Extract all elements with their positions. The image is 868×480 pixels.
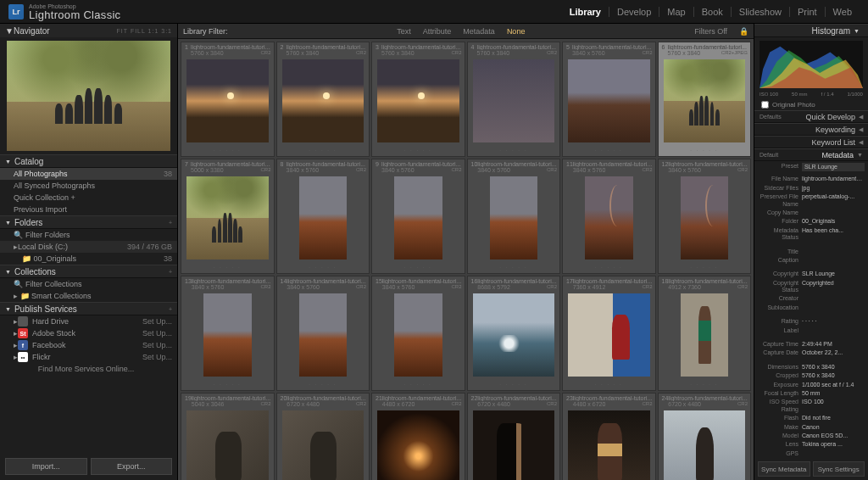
module-slideshow[interactable]: Slideshow	[732, 7, 790, 17]
folder-item[interactable]: 📁 00_Originals38	[0, 253, 177, 265]
catalog-item[interactable]: Quick Collection +	[0, 192, 177, 204]
publish-service[interactable]: ▸ Hard DriveSet Up...	[0, 315, 177, 327]
lock-icon[interactable]: 🔒	[739, 27, 748, 36]
module-library[interactable]: Library	[562, 7, 609, 17]
grid-cell[interactable]: 5lightroom-fundamental-tutori...3840 x 5…	[562, 42, 656, 157]
grid-cell[interactable]: 8lightroom-fundamental-tutori...3840 x 5…	[276, 159, 370, 274]
filter-attribute[interactable]: Attribute	[423, 27, 452, 36]
publish-header[interactable]: ▼Publish Services+	[0, 302, 177, 315]
grid-cell[interactable]: 20lightroom-fundamental-tutori...6720 x …	[276, 393, 370, 480]
metadata-row[interactable]: Copyright StatusCopyrighted	[758, 279, 865, 295]
grid-cell[interactable]: 13lightroom-fundamental-tutori...3840 x …	[181, 276, 275, 391]
collections-filter[interactable]: 🔍Filter Collections	[0, 278, 177, 290]
metadata-row[interactable]: Caption	[758, 256, 865, 265]
filter-none[interactable]: None	[507, 27, 526, 36]
grid-cell[interactable]: 10lightroom-fundamental-tutori...3840 x …	[467, 159, 561, 274]
filters-off[interactable]: Filters Off	[694, 27, 727, 36]
metadata-row[interactable]: Capture DateOctober 22, 2...	[758, 349, 865, 357]
export-button[interactable]: Export...	[91, 458, 173, 475]
module-book[interactable]: Book	[694, 7, 732, 17]
grid-cell[interactable]: 19lightroom-fundamental-tutori...5040 x …	[181, 393, 275, 480]
metadata-row[interactable]: MakeCanon	[758, 423, 865, 432]
metadata-row[interactable]: Preserved File Nameperpetual-catalog-...	[758, 193, 865, 209]
library-filter-bar: Library Filter: Text Attribute Metadata …	[178, 24, 754, 39]
metadata-panel[interactable]: DefaultMetadata▼	[754, 148, 868, 161]
import-button[interactable]: Import...	[5, 458, 87, 475]
grid-cell[interactable]: 16lightroom-fundamental-tutori...8688 x …	[467, 276, 561, 391]
module-develop[interactable]: Develop	[609, 7, 659, 17]
grid-cell[interactable]: 12lightroom-fundamental-tutori...3840 x …	[658, 159, 752, 274]
grid-cell[interactable]: 1lightroom-fundamental-tutori...5760 x 3…	[181, 42, 275, 157]
grid-cell[interactable]: 24lightroom-fundamental-tutori...6720 x …	[658, 393, 752, 480]
publish-service[interactable]: ▸ ••FlickrSet Up...	[0, 351, 177, 363]
grid-cell[interactable]: 7lightroom-fundamental-tutori...5000 x 3…	[181, 159, 275, 274]
collections-header[interactable]: ▼Collections+	[0, 265, 177, 278]
keyword-list-panel[interactable]: Keyword List◀	[754, 136, 868, 148]
catalog-item[interactable]: Previous Import	[0, 204, 177, 215]
metadata-row[interactable]: Cropped5760 x 3840	[758, 371, 865, 380]
metadata-row[interactable]: File Namelightroom-fundamental-tutorials…	[758, 175, 865, 183]
metadata-row[interactable]: Focal Length50 mm	[758, 389, 865, 398]
metadata-row[interactable]: Title	[758, 248, 865, 256]
grid-cell[interactable]: 4lightroom-fundamental-tutori...5760 x 3…	[467, 42, 561, 157]
metadata-row[interactable]: ModelCanon EOS 5D...	[758, 432, 865, 440]
module-map[interactable]: Map	[659, 7, 693, 17]
metadata-row[interactable]: Dimensions5760 x 3840	[758, 363, 865, 371]
metadata-row[interactable]: Label	[758, 327, 865, 335]
metadata-row[interactable]: Sublocation	[758, 304, 865, 312]
grid-cell[interactable]: 22lightroom-fundamental-tutori...6720 x …	[467, 393, 561, 480]
folders-header[interactable]: ▼Folders+	[0, 215, 177, 229]
module-print[interactable]: Print	[790, 7, 826, 17]
metadata-row[interactable]: CopyrightSLR Lounge	[758, 270, 865, 278]
keywording-panel[interactable]: Keywording◀	[754, 123, 868, 136]
metadata-row[interactable]: FlashDid not fire	[758, 414, 865, 422]
metadata-row[interactable]: Rating· · · · ·	[758, 317, 865, 326]
grid-cell[interactable]: 11lightroom-fundamental-tutori...3840 x …	[562, 159, 656, 274]
grid-cell[interactable]: 3lightroom-fundamental-tutori...5760 x 3…	[371, 42, 465, 157]
metadata-row[interactable]: Folder00_Originals	[758, 217, 865, 226]
catalog-item[interactable]: All Photographs38	[0, 168, 177, 180]
navigator-preview[interactable]	[7, 41, 170, 151]
metadata-row[interactable]: LensTokina opera ...	[758, 440, 865, 449]
sync-metadata-button[interactable]: Sync Metadata	[758, 461, 810, 477]
publish-service[interactable]: ▸ StAdobe StockSet Up...	[0, 327, 177, 339]
grid-cell[interactable]: 17lightroom-fundamental-tutori...7360 x …	[562, 276, 656, 391]
grid-cell[interactable]: 14lightroom-fundamental-tutori...3840 x …	[276, 276, 370, 391]
grid-cell[interactable]: 6lightroom-fundamental-tutori...5760 x 3…	[658, 42, 752, 157]
navigator-zoom-levels[interactable]: FIT FILL 1:1 3:1	[117, 28, 172, 34]
metadata-row[interactable]: Creator	[758, 294, 865, 303]
metadata-fields: File Namelightroom-fundamental-tutorials…	[754, 173, 868, 458]
metadata-row[interactable]: Metadata StatusHas been cha...	[758, 226, 865, 243]
filter-metadata[interactable]: Metadata	[463, 27, 495, 36]
grid-cell[interactable]: 18lightroom-fundamental-tutori...4912 x …	[658, 276, 752, 391]
folder-drive[interactable]: ▸ Local Disk (C:)394 / 476 GB	[0, 241, 177, 253]
app-logo: Lr	[8, 4, 24, 20]
metadata-row[interactable]: Exposure1/1000 sec at f / 1.4	[758, 381, 865, 389]
navigator-header[interactable]: ▼ Navigator FIT FILL 1:1 3:1	[0, 24, 177, 37]
histogram[interactable]	[760, 41, 863, 88]
original-photo-checkbox[interactable]: Original Photo	[754, 99, 868, 110]
grid-cell[interactable]: 15lightroom-fundamental-tutori...3840 x …	[371, 276, 465, 391]
publish-find-more[interactable]: Find More Services Online...	[0, 363, 177, 375]
filter-text[interactable]: Text	[397, 27, 411, 36]
sync-settings-button[interactable]: Sync Settings	[813, 461, 865, 477]
grid-cell[interactable]: 9lightroom-fundamental-tutori...3840 x 5…	[371, 159, 465, 274]
module-web[interactable]: Web	[826, 7, 860, 17]
catalog-item[interactable]: All Synced Photographs	[0, 180, 177, 192]
quick-develop-panel[interactable]: DefaultsQuick Develop◀	[754, 110, 868, 123]
metadata-row[interactable]: GPS	[758, 449, 865, 458]
grid-cell[interactable]: 2lightroom-fundamental-tutori...5760 x 3…	[276, 42, 370, 157]
metadata-row[interactable]: Copy Name	[758, 209, 865, 217]
metadata-row[interactable]: Capture Time2:49:44 PM	[758, 340, 865, 349]
metadata-row[interactable]: Sidecar Filesjpg	[758, 184, 865, 193]
thumbnail-grid[interactable]: 1lightroom-fundamental-tutori...5760 x 3…	[178, 39, 754, 480]
metadata-preset[interactable]: SLR Lounge	[802, 163, 865, 171]
collection-item[interactable]: ▸ 📁 Smart Collections	[0, 290, 177, 302]
folders-filter[interactable]: 🔍Filter Folders	[0, 229, 177, 241]
grid-cell[interactable]: 21lightroom-fundamental-tutori...4480 x …	[371, 393, 465, 480]
metadata-row[interactable]: ISO Speed RatingISO 100	[758, 398, 865, 414]
grid-cell[interactable]: 23lightroom-fundamental-tutori...4480 x …	[562, 393, 656, 480]
histogram-header[interactable]: Histogram▼	[754, 24, 868, 37]
catalog-header[interactable]: ▼Catalog	[0, 154, 177, 168]
publish-service[interactable]: ▸ fFacebookSet Up...	[0, 339, 177, 351]
